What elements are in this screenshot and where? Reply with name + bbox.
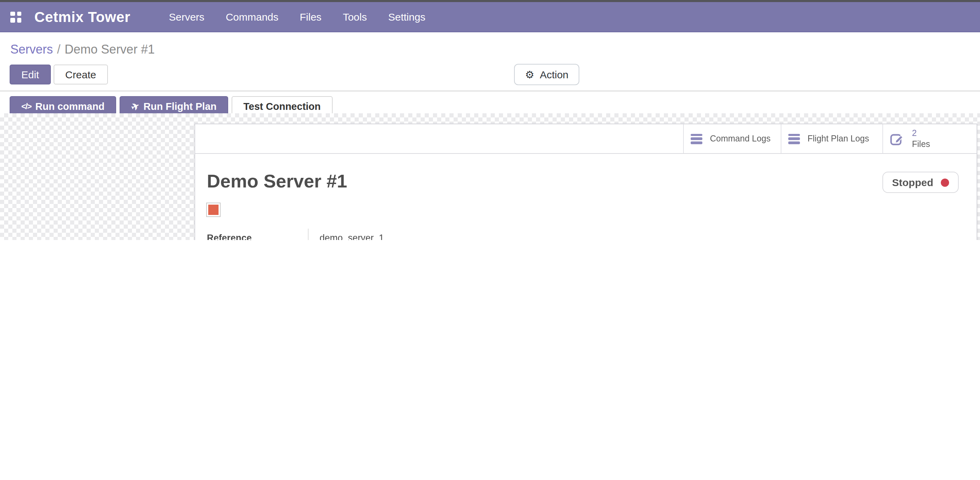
list-icon (788, 133, 800, 144)
stat-label: Command Logs (710, 134, 771, 144)
main-navbar: Cetmix Tower Servers Commands Files Tool… (0, 2, 980, 32)
menu-item-settings[interactable]: Settings (388, 11, 425, 23)
page-title: Demo Server #1 (207, 172, 347, 192)
code-icon: </> (21, 101, 31, 111)
form-background: Command Logs Flight Plan Logs (0, 113, 980, 240)
color-swatch[interactable] (207, 203, 220, 216)
title-row: Demo Server #1 Stopped (201, 172, 970, 193)
list-icon (690, 133, 702, 144)
server-form-card: Command Logs Flight Plan Logs (194, 124, 977, 240)
create-button[interactable]: Create (54, 65, 108, 84)
stat-button-strip: Command Logs Flight Plan Logs (195, 124, 977, 154)
menu-item-files[interactable]: Files (300, 11, 321, 23)
stat-button-files[interactable]: 2 Files (882, 124, 977, 153)
stat-value-files-count: 2 (912, 128, 930, 139)
stat-button-flight-plan-logs[interactable]: Flight Plan Logs (781, 124, 882, 153)
breadcrumb-servers-link[interactable]: Servers (10, 43, 53, 56)
status-badge[interactable]: Stopped (882, 172, 959, 193)
menu-item-tools[interactable]: Tools (343, 11, 367, 23)
stat-label: Files (912, 139, 930, 149)
breadcrumb: Servers/Demo Server #1 (0, 32, 980, 59)
breadcrumb-current: Demo Server #1 (65, 43, 154, 56)
field-label: Reference (207, 229, 309, 240)
main-menu: Servers Commands Files Tools Settings (169, 11, 426, 23)
apps-grid-icon[interactable] (10, 11, 21, 22)
test-connection-label: Test Connection (243, 101, 321, 112)
reference-value: demo_server_1 (309, 229, 384, 240)
app-root: Cetmix Tower Servers Commands Files Tool… (0, 0, 980, 240)
form-sheet: Demo Server #1 Stopped Reference demo_se… (195, 172, 977, 240)
menu-item-commands[interactable]: Commands (226, 11, 278, 23)
stat-button-command-logs[interactable]: Command Logs (683, 124, 781, 153)
run-command-label: Run command (35, 101, 105, 112)
plane-icon: ✈ (129, 100, 141, 113)
status-dot-icon (941, 178, 949, 187)
edit-pencil-icon (890, 131, 904, 146)
run-flight-plan-label: Run Flight Plan (144, 101, 217, 112)
action-menu-button[interactable]: ⚙ Action (514, 64, 579, 85)
menu-item-servers[interactable]: Servers (169, 11, 204, 23)
stat-label: Flight Plan Logs (808, 134, 869, 144)
field-row-reference: Reference demo_server_1 (207, 229, 605, 240)
brand-title[interactable]: Cetmix Tower (34, 9, 130, 25)
gear-icon: ⚙ (525, 69, 535, 80)
action-menu-label: Action (540, 69, 568, 80)
field-group: Reference demo_server_1 URL demo1.exampl… (207, 229, 605, 240)
control-button-row: Edit Create ⚙ Action (0, 59, 980, 91)
status-label: Stopped (892, 176, 933, 188)
breadcrumb-separator: / (53, 43, 65, 56)
edit-button[interactable]: Edit (10, 65, 51, 84)
